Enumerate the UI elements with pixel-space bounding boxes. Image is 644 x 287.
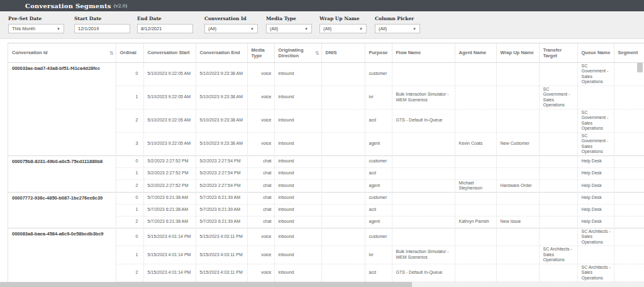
cell-direction: inbound xyxy=(274,155,321,167)
cell-end: 5/15/2023 4:03:11 PM xyxy=(196,228,247,246)
cell-wrapup xyxy=(496,86,539,109)
cell-end: 5/2/2023 2:27:54 PM xyxy=(196,155,247,167)
cell-media: chat xyxy=(247,167,274,179)
filter-group-conversation-id: Conversation Id(All)▼ xyxy=(204,16,258,33)
filter-start-date-input[interactable]: 12/1/2019 xyxy=(74,24,130,33)
filter-pre-set-date-select[interactable]: This Month▼ xyxy=(8,24,64,33)
cell-start: 5/10/2023 9:22:05 AM xyxy=(143,62,196,86)
cell-agent xyxy=(455,167,496,179)
table-row: 00007772-936c-4850-b087-1bc276ee8c3905/7… xyxy=(8,192,644,204)
filter-pre-set-date-value: This Month xyxy=(12,26,35,31)
filter-end-date-input[interactable]: 8/12/2021 xyxy=(137,24,193,33)
cell-agent: Kathryn Parrish xyxy=(455,216,496,228)
cell-transfer xyxy=(539,179,577,192)
page-title: Conversation Segments xyxy=(25,3,111,9)
cell-media: voice xyxy=(247,264,274,282)
cell-queue xyxy=(577,246,614,264)
cell-flow xyxy=(392,216,455,228)
cell-dnis xyxy=(321,204,365,216)
cell-end: 5/15/2023 4:03:11 PM xyxy=(196,246,247,264)
cell-ordinal: 2 xyxy=(116,216,143,228)
cell-start: 5/2/2023 2:27:52 PM xyxy=(143,179,196,192)
cell-flow xyxy=(392,62,455,86)
vertical-scrollbar-thumb[interactable] xyxy=(637,63,643,72)
horizontal-scrollbar-thumb[interactable] xyxy=(0,282,412,287)
sort-icon[interactable]: ⇅ xyxy=(315,50,319,55)
filter-column-picker-value: (All) xyxy=(379,26,387,31)
chevron-down-icon: ▼ xyxy=(304,27,308,31)
cell-dnis xyxy=(321,228,365,246)
cell-start: 5/2/2023 2:27:52 PM xyxy=(143,167,196,179)
cell-purpose: acd xyxy=(365,109,392,132)
cell-direction: inbound xyxy=(274,62,321,86)
cell-ordinal: 2 xyxy=(116,264,143,282)
cell-start: 5/7/2023 6:21:38 AM xyxy=(143,216,196,228)
cell-agent xyxy=(455,264,496,282)
col-header-label: Transfer Target xyxy=(543,47,562,59)
cell-flow xyxy=(392,132,455,155)
cell-agent: Kevin Coats xyxy=(455,132,496,155)
col-header-conversation-id[interactable]: Conversation Id⇅ xyxy=(8,43,116,62)
horizontal-scrollbar[interactable] xyxy=(0,282,644,287)
cell-purpose: acd xyxy=(365,204,392,216)
chevron-down-icon: ▼ xyxy=(57,27,60,31)
filter-conversation-id-value: (All) xyxy=(208,26,216,31)
vertical-scrollbar[interactable] xyxy=(636,60,644,277)
col-header-agent: Agent Name xyxy=(455,43,496,62)
filter-conversation-id-select[interactable]: (All)▼ xyxy=(204,24,258,33)
cell-agent xyxy=(455,192,496,204)
table-row: 000075b8-8231-49b0-a0c5-75ed111880b805/2… xyxy=(8,155,644,167)
cell-conversation-id: 000033ae-bad7-43a8-bf51-f41ca4d28fec xyxy=(8,62,116,155)
col-header-label: Media Type xyxy=(252,47,265,59)
col-header-dnis: DNIS xyxy=(321,43,365,62)
filter-column-picker-select[interactable]: (All)▼ xyxy=(375,24,420,33)
cell-wrapup xyxy=(496,204,539,216)
cell-purpose: ivr xyxy=(365,246,392,264)
cell-flow xyxy=(392,192,455,204)
cell-wrapup xyxy=(496,167,539,179)
cell-purpose: acd xyxy=(365,264,392,282)
filter-bar: Pre-Set DateThis Month▼Start Date12/1/20… xyxy=(0,11,644,39)
filter-label-conversation-id: Conversation Id xyxy=(204,16,258,21)
cell-flow xyxy=(392,228,455,246)
cell-transfer xyxy=(539,132,577,155)
cell-media: chat xyxy=(247,192,274,204)
cell-agent xyxy=(455,204,496,216)
cell-flow: GTS - Default In-Queue xyxy=(392,264,455,282)
cell-flow: Bulk Interaction Simulator - WEM Sceneri… xyxy=(392,246,455,264)
chevron-down-icon: ▼ xyxy=(250,27,254,31)
cell-wrapup: New Issue xyxy=(496,216,539,228)
cell-end: 5/2/2023 2:27:54 PM xyxy=(196,179,247,192)
cell-end: 5/7/2023 6:21:39 AM xyxy=(196,192,247,204)
app-title-bar: Conversation Segments (v2.0) xyxy=(0,0,644,11)
cell-transfer xyxy=(539,204,577,216)
cell-end: 5/10/2023 9:23:38 AM xyxy=(196,62,247,86)
cell-purpose: customer xyxy=(365,192,392,204)
filter-wrap-up-name-select[interactable]: (All)▼ xyxy=(319,24,367,33)
filter-label-start-date: Start Date xyxy=(74,16,130,21)
cell-queue: Help Desk xyxy=(577,155,614,167)
page-version: (v2.0) xyxy=(114,3,128,9)
cell-ordinal: 0 xyxy=(116,228,143,246)
cell-purpose: customer xyxy=(365,228,392,246)
cell-flow xyxy=(392,155,455,167)
filter-media-type-select[interactable]: (All)▼ xyxy=(266,24,312,33)
col-header-ordinal: Ordinal xyxy=(116,43,143,62)
col-header-label: Flow Name xyxy=(396,50,421,55)
cell-transfer xyxy=(539,167,577,179)
cell-start: 5/10/2023 9:22:05 AM xyxy=(143,109,196,132)
cell-wrapup xyxy=(496,192,539,204)
cell-direction: inbound xyxy=(274,109,321,132)
cell-transfer xyxy=(539,192,577,204)
cell-start: 5/10/2023 9:22:05 AM xyxy=(143,132,196,155)
cell-direction: inbound xyxy=(274,246,321,264)
cell-media: voice xyxy=(247,246,274,264)
cell-agent xyxy=(455,109,496,132)
col-header-flow: Flow Name xyxy=(392,43,455,62)
cell-flow: GTS - Default In-Queue xyxy=(392,109,455,132)
cell-flow xyxy=(392,167,455,179)
col-header-direction[interactable]: Originating Direction⇅ xyxy=(274,43,321,62)
cell-wrapup: Hardware Order xyxy=(496,179,539,192)
sort-icon[interactable]: ⇅ xyxy=(109,50,114,55)
col-header-label: DNIS xyxy=(326,50,337,55)
